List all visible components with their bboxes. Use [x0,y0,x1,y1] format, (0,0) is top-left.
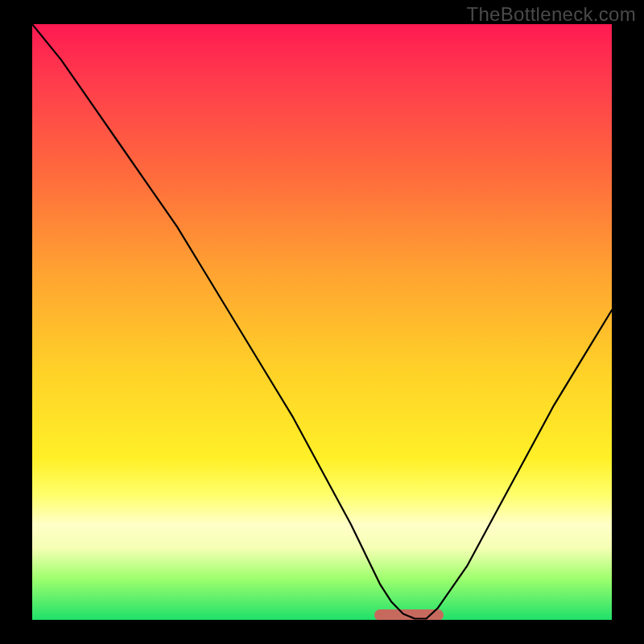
bottleneck-curve [32,24,612,619]
plot-area [32,24,612,620]
plot-overlay [32,24,612,620]
watermark-text: TheBottleneck.com [466,3,636,26]
chart-frame: TheBottleneck.com [0,0,644,644]
